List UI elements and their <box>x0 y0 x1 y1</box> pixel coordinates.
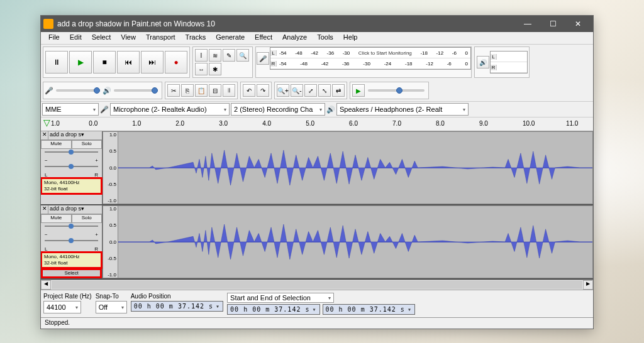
zoom-toggle-button[interactable]: ⇄ <box>332 84 345 97</box>
play-at-speed-button[interactable]: ▶ <box>352 84 365 97</box>
track-format-info: Mono, 44100Hz 32-bit float <box>42 253 101 268</box>
output-device-combo[interactable]: Speakers / Headphones (2- Realt <box>336 103 469 116</box>
pan-slider[interactable] <box>41 163 102 172</box>
track-format-info: Mono, 44100Hz 32-bit float <box>42 178 101 193</box>
redo-button[interactable]: ↷ <box>257 84 269 97</box>
track-name[interactable]: add a drop s▾ <box>48 131 102 139</box>
record-meter-toolbar: 🎤 L-54-48-42-36-30Click to Start Monitor… <box>255 46 472 78</box>
zoom-sel-button[interactable]: ⤢ <box>304 84 317 97</box>
record-meter[interactable]: L-54-48-42-36-30Click to Start Monitorin… <box>270 47 471 70</box>
play-meter[interactable]: L R <box>490 51 528 74</box>
skip-end-button[interactable]: ⏭ <box>141 51 164 74</box>
mute-button[interactable]: Mute <box>41 140 72 149</box>
zoom-fit-button[interactable]: ⤡ <box>318 84 331 97</box>
zoom-out-button[interactable]: 🔍- <box>291 84 303 97</box>
play-speed-slider[interactable] <box>368 89 425 92</box>
audio-track-1: ✕ add a drop s▾ Mute Solo −+ LR Mono, 44… <box>41 131 593 205</box>
play-button[interactable]: ▶ <box>69 51 92 74</box>
mute-button[interactable]: Mute <box>41 214 72 223</box>
timeline-ruler[interactable]: ▽ 1.0 0.0 1.0 2.0 3.0 4.0 5.0 6.0 7.0 8.… <box>41 117 593 131</box>
timeline-cursor-icon[interactable]: ▽ <box>41 117 51 131</box>
undo-toolbar: ↶ ↷ <box>240 82 272 99</box>
gain-slider[interactable] <box>41 223 102 232</box>
selection-end-field[interactable]: 00 h 00 m 37.142 s <box>323 304 415 315</box>
audio-position-field[interactable]: 00 h 00 m 37.142 s <box>131 301 223 312</box>
envelope-tool[interactable]: ≋ <box>209 49 221 62</box>
record-button[interactable]: ● <box>165 51 187 74</box>
meter-left-label: L <box>270 50 277 56</box>
scroll-left-button[interactable]: ◀ <box>41 280 51 290</box>
menu-effect[interactable]: Effect <box>250 32 277 44</box>
track-panel-1: ✕ add a drop s▾ Mute Solo −+ LR Mono, 44… <box>41 131 103 204</box>
waveform-1 <box>118 132 592 204</box>
meter-monitor-text[interactable]: Click to Start Monitoring <box>358 50 412 56</box>
pan-slider[interactable] <box>41 237 102 246</box>
track-select-button[interactable]: Select <box>42 270 101 277</box>
close-button[interactable]: ✕ <box>565 16 591 32</box>
app-window: add a drop shadow in Paint.net on Window… <box>40 15 594 329</box>
solo-button[interactable]: Solo <box>72 214 103 223</box>
input-device-combo[interactable]: Microphone (2- Realtek Audio) <box>110 103 230 116</box>
menu-file[interactable]: File <box>43 32 65 44</box>
trim-button[interactable]: ⊟ <box>209 84 221 97</box>
selection-mode-combo[interactable]: Start and End of Selection <box>227 293 334 303</box>
audio-host-combo[interactable]: MME <box>42 103 99 116</box>
app-icon <box>43 19 53 29</box>
track-name[interactable]: add a drop s▾ <box>48 205 102 214</box>
rec-volume-slider[interactable] <box>56 89 100 92</box>
speaker-meter-icon[interactable]: 🔊 <box>477 56 489 68</box>
menu-generate[interactable]: Generate <box>211 32 250 44</box>
menu-analyze[interactable]: Analyze <box>277 32 312 44</box>
waveform-area-2[interactable]: 1.00.50.0-0.5-1.0 <box>103 205 593 278</box>
selection-start-field[interactable]: 00 h 00 m 37.142 s <box>227 304 319 315</box>
solo-button[interactable]: Solo <box>72 140 103 149</box>
menu-help[interactable]: Help <box>338 32 363 44</box>
audio-track-2: ✕ add a drop s▾ Mute Solo −+ LR Mono, 44… <box>41 205 593 280</box>
play-volume-slider[interactable] <box>114 89 158 92</box>
timeshift-tool[interactable]: ↔ <box>195 63 208 75</box>
titlebar: add a drop shadow in Paint.net on Window… <box>41 16 593 32</box>
project-rate-combo[interactable]: 44100 <box>43 301 81 313</box>
skip-start-button[interactable]: ⏮ <box>117 51 140 74</box>
snap-combo[interactable]: Off <box>96 301 127 313</box>
silence-button[interactable]: ⫴ <box>223 84 235 97</box>
paste-button[interactable]: 📋 <box>195 84 208 97</box>
pause-button[interactable]: ⏸ <box>45 51 68 74</box>
scroll-right-button[interactable]: ▶ <box>583 280 593 290</box>
menu-select[interactable]: Select <box>87 32 116 44</box>
audio-position-label: Audio Position <box>131 293 223 300</box>
menu-tracks[interactable]: Tracks <box>180 32 211 44</box>
play-meter-toolbar: 🔊 L R <box>474 46 530 78</box>
window-title: add a drop shadow in Paint.net on Window… <box>57 19 515 28</box>
selection-tool[interactable]: I <box>195 49 208 62</box>
horizontal-scrollbar[interactable]: ◀ ▶ <box>41 280 593 290</box>
track-close-button[interactable]: ✕ <box>41 131 48 139</box>
speaker-device-icon: 🔊 <box>326 106 335 114</box>
menu-transport[interactable]: Transport <box>141 32 180 44</box>
draw-tool[interactable]: ✎ <box>223 49 235 62</box>
zoom-tool[interactable]: 🔍 <box>236 49 249 62</box>
undo-button[interactable]: ↶ <box>243 84 255 97</box>
multi-tool[interactable]: ✱ <box>209 63 221 75</box>
status-bar: Stopped. <box>41 317 593 329</box>
menu-edit[interactable]: Edit <box>65 32 87 44</box>
scroll-thumb[interactable] <box>52 281 582 289</box>
zoom-in-button[interactable]: 🔍+ <box>277 84 289 97</box>
status-text: Stopped. <box>45 319 70 326</box>
menu-tools[interactable]: Tools <box>312 32 338 44</box>
cut-button[interactable]: ✂ <box>167 84 180 97</box>
waveform-area-1[interactable]: 1.00.50.0-0.5-1.0 <box>103 131 593 204</box>
copy-button[interactable]: ⎘ <box>181 84 194 97</box>
maximize-button[interactable]: ☐ <box>540 16 565 32</box>
minimize-button[interactable]: — <box>515 16 540 32</box>
gain-slider[interactable] <box>41 149 102 158</box>
transport-toolbar: ⏸ ▶ ■ ⏮ ⏭ ● <box>43 46 190 78</box>
menubar: File Edit Select View Transport Tracks G… <box>41 32 593 45</box>
track-panel-2: ✕ add a drop s▾ Mute Solo −+ LR Mono, 44… <box>41 205 103 278</box>
stop-button[interactable]: ■ <box>93 51 116 74</box>
mic-meter-icon[interactable]: 🎤 <box>257 52 269 65</box>
menu-view[interactable]: View <box>116 32 141 44</box>
track-close-button[interactable]: ✕ <box>41 205 48 214</box>
waveform-2 <box>118 206 592 278</box>
channels-combo[interactable]: 2 (Stereo) Recording Cha <box>231 103 325 116</box>
